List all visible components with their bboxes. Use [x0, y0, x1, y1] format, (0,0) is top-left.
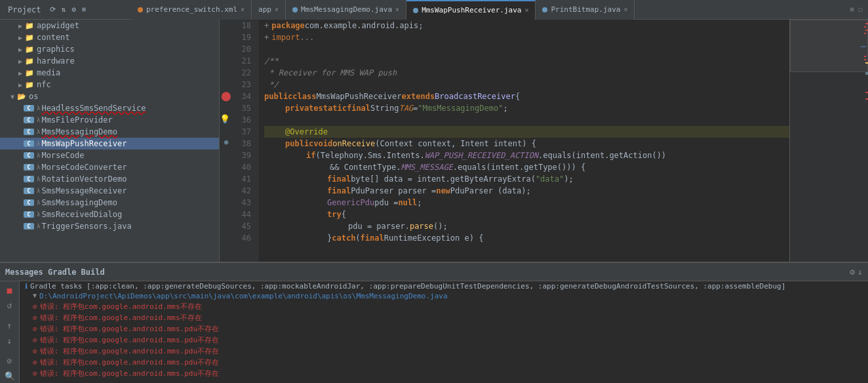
tree-item-appwidget[interactable]: ▶ 📁 appwidget: [0, 20, 219, 31]
brace-44: {: [342, 209, 346, 220]
label-hardware: hardware: [37, 56, 75, 66]
kw-package: package: [271, 20, 305, 31]
gutter-marker-38[interactable]: ●: [220, 138, 233, 150]
tab-bar-left: Project ⟳ ⇅ ⚙ ≡: [0, 4, 131, 15]
folder-icon-graphics: 📁: [25, 45, 34, 54]
label-smsdemo: SmsMessagingDemo: [41, 198, 117, 207]
tree-expand-icon[interactable]: ▼: [33, 292, 37, 299]
gradle-info-line: ℹ Gradle tasks [:app:clean, :app:generat…: [20, 281, 868, 291]
tree-item-headless[interactable]: C λ HeadlessSmsSendService: [0, 102, 219, 114]
line-num-40: 40: [233, 161, 254, 173]
tree-item-rotation[interactable]: C λ RotationVectorDemo: [0, 173, 219, 185]
tab-pref-xml[interactable]: preference_switch.xml ×: [131, 0, 252, 20]
java-icon-rotation: C: [24, 176, 34, 182]
kw-extends: extends: [402, 91, 435, 102]
gutter-left: ⬤ 💡 ●: [220, 20, 233, 262]
line-num-42: 42: [233, 185, 254, 197]
tab-close-app[interactable]: ×: [275, 6, 279, 13]
search-icon[interactable]: 🔍: [3, 370, 16, 382]
download-icon[interactable]: ↓: [858, 267, 863, 277]
tab-app[interactable]: app ×: [252, 0, 286, 20]
tree-item-smsreceiver[interactable]: C λ SmsMessageReceiver: [0, 185, 219, 197]
and-cond: && ContentType.: [330, 161, 401, 173]
line-num-43: 43: [233, 197, 254, 209]
code-line-21: /**: [264, 55, 789, 67]
code-line-43: GenericPdu pdu = null ;: [264, 197, 789, 209]
if-paren: (Telephony.Sms.Intents.: [315, 150, 424, 161]
tab-close-mms-wap[interactable]: ×: [524, 7, 528, 14]
tree-item-mmsdemo[interactable]: C λ MmsMessagingDemo: [0, 126, 219, 138]
scrollbar-minimap[interactable]: [789, 20, 868, 262]
tab-close-print-bitmap[interactable]: ×: [623, 6, 627, 13]
gear-icon[interactable]: ⚙: [69, 4, 78, 15]
bulb-icon-36[interactable]: 💡: [220, 114, 230, 124]
sidebar: ▶ 📁 appwidget ▶ 📁 content ▶ 📁 graphics ▶…: [0, 20, 220, 262]
tab-print-bitmap[interactable]: PrintBitmap.java ×: [536, 0, 635, 20]
bottom-content[interactable]: ℹ Gradle tasks [:app:clean, :app:generat…: [20, 281, 868, 383]
tree-item-hardware[interactable]: ▶ 📁 hardware: [0, 55, 219, 67]
folder-icon-hardware: 📁: [25, 57, 34, 66]
line-num-37: 37: [233, 126, 254, 138]
parse-parens: ();: [433, 220, 448, 232]
tree-item-graphics[interactable]: ▶ 📁 graphics: [0, 43, 219, 55]
tree-item-smsdemo[interactable]: C λ SmsMessagingDemo: [0, 197, 219, 209]
bottom-panel: Messages Gradle Build ⚙ ↓ ■ ↺ ↑ ↓ ⊘ 🔍 ℹ …: [0, 262, 868, 383]
line-num-21: 21: [233, 55, 254, 67]
main-area: ▶ 📁 appwidget ▶ 📁 content ▶ 📁 graphics ▶…: [0, 20, 868, 262]
folder-icon-appwidget: 📁: [25, 22, 34, 30]
err-icon-3: ⊘: [33, 336, 37, 344]
error-text-1: 错误: 程序包com.google.android.mms不存在: [40, 313, 202, 323]
gutter-marker-34[interactable]: ⬤: [220, 91, 233, 102]
tab-mms-wap[interactable]: MmsWapPushReceiver.java ×: [406, 0, 536, 20]
tree-item-mmswap[interactable]: C λ MmsWapPushReceiver: [0, 138, 219, 150]
code-line-39: if (Telephony.Sms.Intents. WAP_PUSH_RECE…: [264, 150, 789, 161]
lambda-icon-morseconv: λ: [37, 164, 40, 171]
rerun-icon[interactable]: ↺: [6, 299, 14, 312]
filter-icon[interactable]: ⊘: [6, 355, 14, 367]
tree-item-morseconv[interactable]: C λ MorseCodeConverter: [0, 161, 219, 173]
label-appwidget: appwidget: [37, 21, 79, 30]
tree-item-smsreceiveddialog[interactable]: C λ SmsReceivedDialog: [0, 209, 219, 220]
sync-icon[interactable]: ⟳: [48, 4, 58, 15]
err-icon-6: ⊘: [33, 369, 37, 378]
tree-item-content[interactable]: ▶ 📁 content: [0, 31, 219, 43]
lambda-icon-trigger: λ: [37, 223, 40, 230]
cmt-start: /**: [264, 55, 279, 67]
window-controls: ≡ ☐: [850, 5, 863, 14]
tab-mms-demo[interactable]: MmsMessagingDemo.java ×: [286, 0, 406, 20]
error-line-1: ⊘ 错误: 程序包com.google.android.mms不存在: [20, 312, 868, 323]
scroll-up-icon[interactable]: ↑: [6, 319, 14, 332]
stop-icon[interactable]: ■: [6, 284, 14, 296]
project-label: Project: [4, 5, 45, 14]
arrow-hardware: ▶: [16, 58, 25, 65]
expand-18[interactable]: +: [264, 20, 269, 31]
tree-item-trigger[interactable]: C λ TriggerSensors.java: [0, 220, 219, 232]
tree-item-mmsfile[interactable]: C λ MmsFileProvider: [0, 114, 219, 126]
tab-bar: Project ⟳ ⇅ ⚙ ≡ preference_switch.xml × …: [0, 0, 868, 20]
tab-label-mms-wap: MmsWapPushReceiver.java: [422, 6, 521, 14]
expand-19[interactable]: +: [264, 31, 269, 43]
tree-item-nfc[interactable]: ▶ 📁 nfc: [0, 79, 219, 91]
code-line-45: pdu = parser. parse ();: [264, 220, 789, 232]
layout-icon[interactable]: ≡: [80, 4, 89, 15]
tree-item-media[interactable]: ▶ 📁 media: [0, 67, 219, 79]
code-lines[interactable]: + package com.example.android.apis; + im…: [259, 20, 789, 262]
code-line-37: @Override: [264, 126, 789, 138]
tab-close-pref[interactable]: ×: [241, 6, 245, 13]
error-text-0: 错误: 程序包com.google.android.mms不存在: [40, 302, 202, 312]
settings-icon[interactable]: ⚙: [850, 267, 855, 277]
code-line-44: try {: [264, 209, 789, 220]
tree-item-morse[interactable]: C λ MorseCode: [0, 150, 219, 161]
tab-label-pref: preference_switch.xml: [146, 5, 237, 14]
lambda-icon-smsdemo: λ: [37, 199, 40, 206]
scroll-down-icon[interactable]: ↓: [6, 334, 14, 347]
kw-new: new: [436, 185, 450, 197]
bottom-header-icons: ⚙ ↓: [850, 267, 863, 277]
lambda-icon-smsreceiver: λ: [37, 188, 40, 194]
lambda-icon-mmsfile: λ: [37, 117, 40, 123]
tree-item-os[interactable]: ▼ 📂 os: [0, 91, 219, 102]
code-line-23: */: [264, 79, 789, 91]
diff-icon[interactable]: ⇅: [60, 4, 68, 15]
tab-close-mms-demo[interactable]: ×: [395, 6, 399, 13]
tab-dot-mms-wap: [413, 8, 418, 13]
